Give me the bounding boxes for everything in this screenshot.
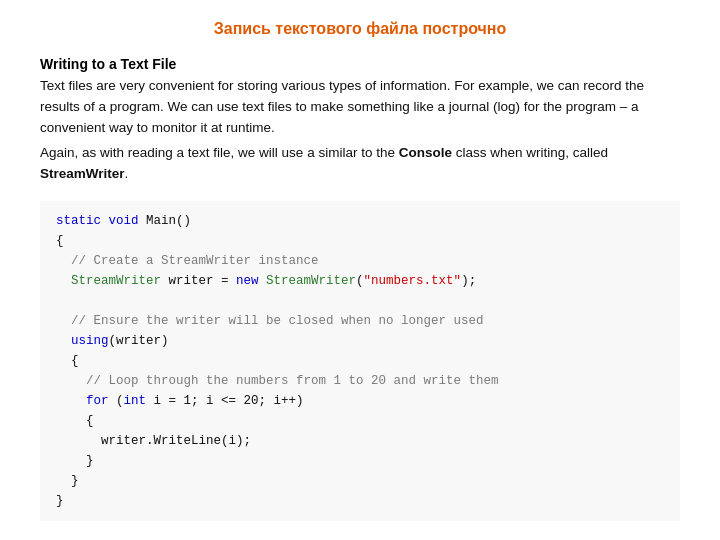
paragraph-1: Text files are very convenient for stori… xyxy=(40,76,680,139)
paragraph2-mid: class when writing, called xyxy=(452,145,608,160)
keyword-new: new xyxy=(236,274,259,288)
type-streamwriter: StreamWriter xyxy=(71,274,161,288)
code-writer-assign: writer = xyxy=(161,274,236,288)
console-bold: Console xyxy=(399,145,452,160)
string-filename: "numbers.txt" xyxy=(364,274,462,288)
code-using xyxy=(56,334,71,348)
section-heading: Writing to a Text File xyxy=(40,56,680,72)
paragraph-2: Again, as with reading a text file, we w… xyxy=(40,143,680,185)
comment-2: // Ensure the writer will be closed when… xyxy=(71,314,484,328)
keyword-using: using xyxy=(71,334,109,348)
keyword-void: void xyxy=(109,214,139,228)
comment-1: // Create a StreamWriter instance xyxy=(71,254,319,268)
code-block: static void Main() { // Create a StreamW… xyxy=(40,201,680,521)
page-title: Запись текстового файла построчно xyxy=(40,20,680,38)
code-for-body: i = 1; i <= 20; i++) { writer.WriteLine(… xyxy=(56,394,304,508)
code-for-line xyxy=(56,394,86,408)
code-void-main xyxy=(101,214,109,228)
code-for-condition: ( xyxy=(109,394,124,408)
code-streamwriter-new xyxy=(259,274,267,288)
paragraph2-end: . xyxy=(125,166,129,181)
streamwriter-bold: StreamWriter xyxy=(40,166,125,181)
type-streamwriter-2: StreamWriter xyxy=(266,274,356,288)
page-container: Запись текстового файла построчно Writin… xyxy=(0,0,720,540)
comment-3: // Loop through the numbers from 1 to 20… xyxy=(86,374,499,388)
keyword-static: static xyxy=(56,214,101,228)
paragraph2-start: Again, as with reading a text file, we w… xyxy=(40,145,399,160)
keyword-int: int xyxy=(124,394,147,408)
code-line-3 xyxy=(56,274,71,288)
code-paren-open: ( xyxy=(356,274,364,288)
keyword-for: for xyxy=(86,394,109,408)
